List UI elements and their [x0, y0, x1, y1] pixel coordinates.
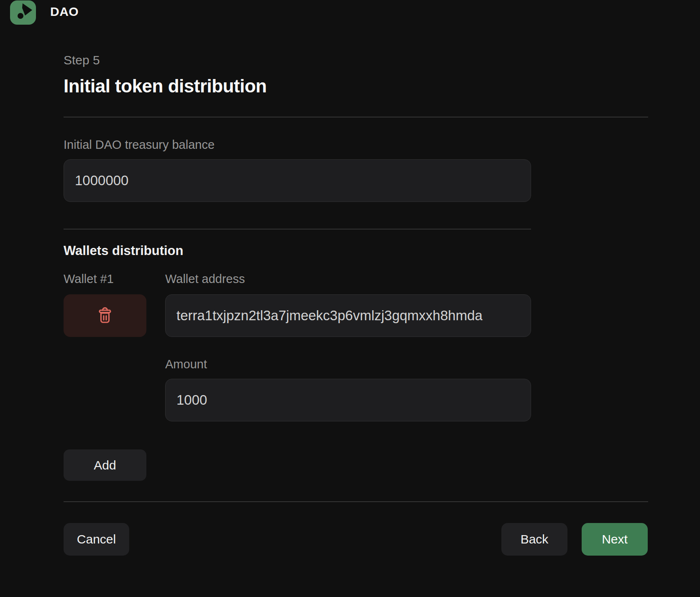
divider	[64, 229, 531, 230]
page-title: Initial token distribution	[64, 76, 267, 97]
next-button[interactable]: Next	[582, 523, 648, 556]
amount-label: Amount	[165, 357, 207, 371]
divider	[64, 501, 648, 502]
dao-wizard-page: DAO Step 5 Initial token distribution In…	[0, 0, 700, 597]
app-title: DAO	[50, 4, 79, 20]
trash-icon	[98, 307, 112, 325]
dao-note-mark-icon	[10, 0, 36, 26]
wallet-index-label: Wallet #1	[64, 272, 114, 286]
wallet-address-label: Wallet address	[165, 272, 245, 286]
delete-wallet-button[interactable]	[64, 294, 146, 337]
wallet-address-input[interactable]	[165, 294, 531, 337]
treasury-balance-label: Initial DAO treasury balance	[64, 138, 215, 152]
divider	[64, 117, 648, 117]
amount-input[interactable]	[165, 379, 531, 421]
wallets-distribution-heading: Wallets distribution	[64, 243, 183, 258]
step-indicator: Step 5	[64, 53, 100, 67]
dao-logo	[10, 0, 36, 25]
back-button[interactable]: Back	[501, 523, 567, 556]
add-wallet-button[interactable]: Add	[64, 449, 146, 481]
treasury-balance-input[interactable]	[64, 159, 531, 202]
cancel-button[interactable]: Cancel	[64, 523, 129, 556]
